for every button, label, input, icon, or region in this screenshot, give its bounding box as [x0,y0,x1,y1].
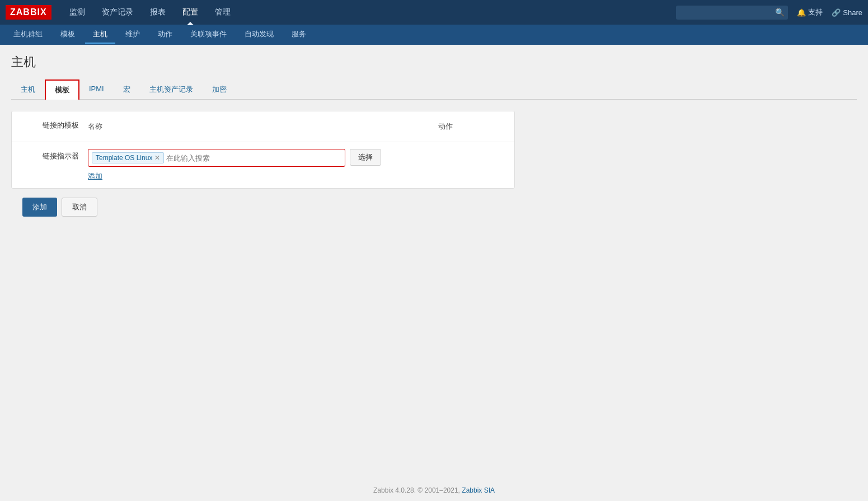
tab-host-asset[interactable]: 主机资产记录 [140,79,203,100]
tab-host[interactable]: 主机 [11,79,45,100]
nav-host-groups[interactable]: 主机群组 [6,26,50,44]
page-title: 主机 [11,54,857,71]
add-link[interactable]: 添加 [88,171,102,181]
form-actions: 添加 取消 [11,189,857,226]
support-link[interactable]: 🔔 支持 [797,7,823,17]
search-wrapper: 🔍 [676,6,788,20]
top-navbar: ZABBIX 监测 资产记录 报表 配置 管理 🔍 🔔 支持 🔗 Share [0,0,868,25]
share-link[interactable]: 🔗 Share [832,8,862,17]
link-indicator-value: Template OS Linux ✕ 选择 添加 [88,149,505,181]
linked-templates-value: 名称 动作 [88,118,505,135]
share-icon: 🔗 [832,8,841,17]
tag-label: Template OS Linux [96,154,152,162]
tab-ipmi[interactable]: IPMI [79,79,114,100]
linked-templates-header: 名称 动作 [88,118,505,135]
nav-actions[interactable]: 动作 [150,26,180,44]
tag-remove-icon[interactable]: ✕ [154,154,160,161]
linked-templates-row: 链接的模板 名称 动作 [12,111,514,142]
tag-search-input[interactable] [166,154,341,162]
linked-templates-label: 链接的模板 [21,118,88,130]
nav-maintenance[interactable]: 维护 [118,26,148,44]
col-action-header: 动作 [438,121,505,132]
template-tag: Template OS Linux ✕ [92,152,164,163]
nav-config[interactable]: 配置 [176,4,205,21]
search-icon[interactable]: 🔍 [775,8,785,17]
link-indicator-row: 链接指示器 Template OS Linux ✕ 选择 添加 [12,142,514,188]
search-input[interactable] [676,6,788,20]
nav-reports[interactable]: 报表 [143,4,172,21]
add-button[interactable]: 添加 [22,198,57,217]
link-indicator-label: 链接指示器 [21,149,88,161]
col-name-header: 名称 [88,121,438,132]
nav-asset-records[interactable]: 资产记录 [95,4,140,21]
top-nav-links: 监测 资产记录 报表 配置 管理 [63,4,677,21]
support-icon: 🔔 [797,8,806,17]
nav-services[interactable]: 服务 [284,26,314,44]
nav-hosts[interactable]: 主机 [85,26,115,44]
tab-encryption[interactable]: 加密 [203,79,236,100]
cancel-button[interactable]: 取消 [62,198,97,217]
select-button[interactable]: 选择 [350,149,381,166]
tag-input-wrapper[interactable]: Template OS Linux ✕ [88,149,345,167]
second-navbar: 主机群组 模板 主机 维护 动作 关联项事件 自动发现 服务 [0,25,868,45]
top-nav-right: 🔍 🔔 支持 🔗 Share [676,6,862,20]
nav-monitor[interactable]: 监测 [63,4,92,21]
form-section: 链接的模板 名称 动作 链接指示器 Template OS Linux ✕ [11,111,515,189]
tab-template[interactable]: 模板 [45,79,79,100]
tab-macro[interactable]: 宏 [114,79,140,100]
zabbix-logo[interactable]: ZABBIX [6,5,51,20]
page-content: 主机 主机 模板 IPMI 宏 主机资产记录 加密 链接的模板 名称 动作 链接… [0,45,868,235]
nav-templates[interactable]: 模板 [53,26,83,44]
tab-bar: 主机 模板 IPMI 宏 主机资产记录 加密 [11,79,857,100]
nav-event-correlation[interactable]: 关联项事件 [182,26,234,44]
nav-autodiscovery[interactable]: 自动发现 [237,26,281,44]
nav-admin[interactable]: 管理 [208,4,237,21]
link-indicator-area: Template OS Linux ✕ 选择 [88,149,505,167]
